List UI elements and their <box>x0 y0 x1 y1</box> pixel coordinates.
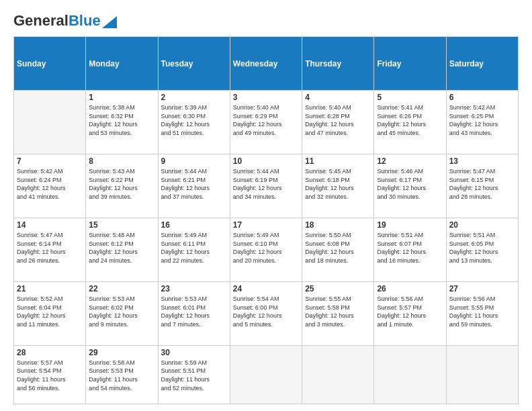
header-saturday: Saturday <box>446 37 518 91</box>
calendar-cell: 28Sunrise: 5:57 AM Sunset: 5:54 PM Dayli… <box>14 345 86 404</box>
header-thursday: Thursday <box>302 37 374 91</box>
day-number: 14 <box>17 220 83 230</box>
calendar-cell: 12Sunrise: 5:46 AM Sunset: 6:17 PM Dayli… <box>374 154 446 218</box>
calendar-cell: 22Sunrise: 5:53 AM Sunset: 6:02 PM Dayli… <box>86 281 158 345</box>
day-number: 5 <box>377 93 443 102</box>
day-info: Sunrise: 5:57 AM Sunset: 5:54 PM Dayligh… <box>17 359 83 392</box>
calendar-cell: 20Sunrise: 5:51 AM Sunset: 6:05 PM Dayli… <box>446 218 518 281</box>
calendar-cell: 8Sunrise: 5:43 AM Sunset: 6:22 PM Daylig… <box>86 154 158 218</box>
day-number: 27 <box>449 284 515 293</box>
day-number: 11 <box>305 156 371 166</box>
day-info: Sunrise: 5:43 AM Sunset: 6:22 PM Dayligh… <box>89 167 154 201</box>
day-number: 22 <box>89 284 154 293</box>
calendar-cell: 1Sunrise: 5:38 AM Sunset: 6:32 PM Daylig… <box>86 91 158 154</box>
calendar-cell: 26Sunrise: 5:56 AM Sunset: 5:57 PM Dayli… <box>374 281 446 345</box>
day-info: Sunrise: 5:59 AM Sunset: 5:51 PM Dayligh… <box>161 359 227 392</box>
header-monday: Monday <box>86 37 158 91</box>
day-number: 3 <box>233 93 299 102</box>
day-info: Sunrise: 5:39 AM Sunset: 6:30 PM Dayligh… <box>161 103 227 137</box>
day-number: 30 <box>161 348 227 357</box>
calendar-cell: 4Sunrise: 5:40 AM Sunset: 6:28 PM Daylig… <box>302 91 374 154</box>
day-info: Sunrise: 5:44 AM Sunset: 6:19 PM Dayligh… <box>233 167 299 201</box>
day-number: 24 <box>233 284 299 293</box>
header-friday: Friday <box>374 37 446 91</box>
calendar-table: Sunday Monday Tuesday Wednesday Thursday… <box>13 36 519 404</box>
day-number: 18 <box>305 220 371 230</box>
calendar-cell <box>446 345 518 404</box>
page-header: General Blue <box>13 12 519 30</box>
calendar-cell: 24Sunrise: 5:54 AM Sunset: 6:00 PM Dayli… <box>230 281 302 345</box>
calendar-cell: 11Sunrise: 5:45 AM Sunset: 6:18 PM Dayli… <box>302 154 374 218</box>
day-number: 28 <box>17 348 83 357</box>
calendar-cell: 29Sunrise: 5:58 AM Sunset: 5:53 PM Dayli… <box>86 345 158 404</box>
day-info: Sunrise: 5:54 AM Sunset: 6:00 PM Dayligh… <box>233 295 299 328</box>
calendar-cell: 16Sunrise: 5:49 AM Sunset: 6:11 PM Dayli… <box>158 218 230 281</box>
day-number: 2 <box>161 93 227 102</box>
calendar-cell <box>14 91 86 154</box>
day-number: 26 <box>377 284 443 293</box>
calendar-cell: 13Sunrise: 5:47 AM Sunset: 6:15 PM Dayli… <box>446 154 518 218</box>
header-sunday: Sunday <box>14 37 86 91</box>
calendar-cell: 25Sunrise: 5:55 AM Sunset: 5:58 PM Dayli… <box>302 281 374 345</box>
day-info: Sunrise: 5:50 AM Sunset: 6:08 PM Dayligh… <box>305 231 371 265</box>
calendar-cell: 30Sunrise: 5:59 AM Sunset: 5:51 PM Dayli… <box>158 345 230 404</box>
day-info: Sunrise: 5:51 AM Sunset: 6:05 PM Dayligh… <box>449 231 515 265</box>
day-number: 15 <box>89 220 154 230</box>
day-info: Sunrise: 5:47 AM Sunset: 6:15 PM Dayligh… <box>449 167 515 201</box>
day-info: Sunrise: 5:58 AM Sunset: 5:53 PM Dayligh… <box>89 359 154 392</box>
day-number: 1 <box>89 93 154 102</box>
day-info: Sunrise: 5:51 AM Sunset: 6:07 PM Dayligh… <box>377 231 443 265</box>
day-info: Sunrise: 5:40 AM Sunset: 6:28 PM Dayligh… <box>305 103 371 137</box>
day-info: Sunrise: 5:38 AM Sunset: 6:32 PM Dayligh… <box>89 103 154 137</box>
logo: General Blue <box>13 12 117 30</box>
day-info: Sunrise: 5:49 AM Sunset: 6:11 PM Dayligh… <box>161 231 227 265</box>
svg-marker-0 <box>102 16 117 28</box>
calendar-cell: 21Sunrise: 5:52 AM Sunset: 6:04 PM Dayli… <box>14 281 86 345</box>
header-wednesday: Wednesday <box>230 37 302 91</box>
day-number: 13 <box>449 156 515 166</box>
day-info: Sunrise: 5:48 AM Sunset: 6:12 PM Dayligh… <box>89 231 154 265</box>
calendar-cell: 18Sunrise: 5:50 AM Sunset: 6:08 PM Dayli… <box>302 218 374 281</box>
day-number: 12 <box>377 156 443 166</box>
calendar-cell: 27Sunrise: 5:56 AM Sunset: 5:55 PM Dayli… <box>446 281 518 345</box>
day-number: 23 <box>161 284 227 293</box>
calendar-cell: 23Sunrise: 5:53 AM Sunset: 6:01 PM Dayli… <box>158 281 230 345</box>
calendar-cell: 15Sunrise: 5:48 AM Sunset: 6:12 PM Dayli… <box>86 218 158 281</box>
day-info: Sunrise: 5:42 AM Sunset: 6:25 PM Dayligh… <box>449 103 515 137</box>
calendar-cell: 6Sunrise: 5:42 AM Sunset: 6:25 PM Daylig… <box>446 91 518 154</box>
day-info: Sunrise: 5:44 AM Sunset: 6:21 PM Dayligh… <box>161 167 227 201</box>
day-number: 4 <box>305 93 371 102</box>
day-number: 29 <box>89 348 154 357</box>
day-info: Sunrise: 5:41 AM Sunset: 6:26 PM Dayligh… <box>377 103 443 137</box>
calendar-cell: 10Sunrise: 5:44 AM Sunset: 6:19 PM Dayli… <box>230 154 302 218</box>
day-info: Sunrise: 5:53 AM Sunset: 6:02 PM Dayligh… <box>89 295 154 328</box>
header-tuesday: Tuesday <box>158 37 230 91</box>
day-number: 25 <box>305 284 371 293</box>
day-number: 20 <box>449 220 515 230</box>
logo-general: General <box>13 12 69 30</box>
day-number: 10 <box>233 156 299 166</box>
weekday-header-row: Sunday Monday Tuesday Wednesday Thursday… <box>14 37 519 91</box>
day-info: Sunrise: 5:46 AM Sunset: 6:17 PM Dayligh… <box>377 167 443 201</box>
day-number: 17 <box>233 220 299 230</box>
day-info: Sunrise: 5:49 AM Sunset: 6:10 PM Dayligh… <box>233 231 299 265</box>
day-number: 16 <box>161 220 227 230</box>
day-number: 9 <box>161 156 227 166</box>
calendar-cell: 14Sunrise: 5:47 AM Sunset: 6:14 PM Dayli… <box>14 218 86 281</box>
day-number: 7 <box>17 156 83 166</box>
calendar-cell: 7Sunrise: 5:42 AM Sunset: 6:24 PM Daylig… <box>14 154 86 218</box>
logo-blue: Blue <box>69 12 101 30</box>
day-number: 6 <box>449 93 515 102</box>
day-number: 19 <box>377 220 443 230</box>
day-info: Sunrise: 5:47 AM Sunset: 6:14 PM Dayligh… <box>17 231 83 265</box>
day-info: Sunrise: 5:56 AM Sunset: 5:57 PM Dayligh… <box>377 295 443 328</box>
calendar-cell: 5Sunrise: 5:41 AM Sunset: 6:26 PM Daylig… <box>374 91 446 154</box>
day-number: 8 <box>89 156 154 166</box>
calendar-cell <box>374 345 446 404</box>
calendar-cell: 2Sunrise: 5:39 AM Sunset: 6:30 PM Daylig… <box>158 91 230 154</box>
calendar-cell: 9Sunrise: 5:44 AM Sunset: 6:21 PM Daylig… <box>158 154 230 218</box>
day-info: Sunrise: 5:53 AM Sunset: 6:01 PM Dayligh… <box>161 295 227 328</box>
day-info: Sunrise: 5:42 AM Sunset: 6:24 PM Dayligh… <box>17 167 83 201</box>
calendar-cell <box>230 345 302 404</box>
logo-arrow-icon <box>102 16 117 28</box>
